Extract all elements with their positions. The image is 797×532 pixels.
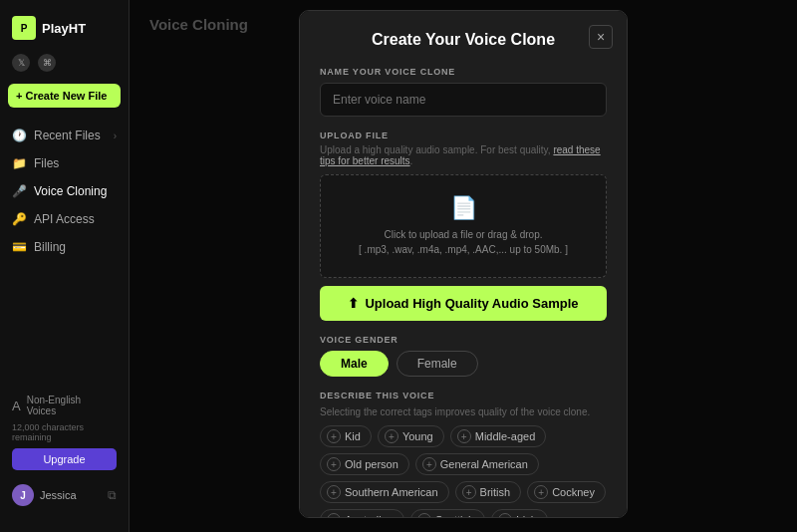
user-menu-icon[interactable]: ⧉ xyxy=(108,488,117,502)
modal-overlay: Create Your Voice Clone × NAME YOUR VOIC… xyxy=(130,0,797,532)
sidebar-item-label: Recent Files xyxy=(34,129,101,142)
tag-plus-icon: + xyxy=(417,513,431,518)
voice-name-label: NAME YOUR VOICE CLONE xyxy=(320,67,607,77)
non-english-voices: A Non-English Voices xyxy=(12,389,117,422)
upload-audio-button[interactable]: ⬆ Upload High Quality Audio Sample xyxy=(320,286,607,321)
logo-text: PlayHT xyxy=(42,21,86,36)
user-avatar: J xyxy=(12,484,34,506)
sidebar-item-label: Files xyxy=(34,156,59,170)
sidebar-item-files[interactable]: 📁 Files xyxy=(0,149,129,177)
sidebar-item-label: API Access xyxy=(34,212,95,226)
tag-british[interactable]: +British xyxy=(455,481,522,503)
tag-plus-icon: + xyxy=(422,457,436,471)
create-voice-clone-modal: Create Your Voice Clone × NAME YOUR VOIC… xyxy=(299,10,628,518)
tag-plus-icon: + xyxy=(462,485,476,499)
twitter-icon[interactable]: 𝕏 xyxy=(12,54,30,72)
tags-section: DESCRIBE THIS VOICE Selecting the correc… xyxy=(320,391,607,518)
user-row: J Jessica ⧉ xyxy=(12,480,117,510)
tag-general-american[interactable]: +General American xyxy=(415,453,539,475)
tag-cockney[interactable]: +Cockney xyxy=(527,481,606,503)
tag-plus-icon: + xyxy=(327,513,341,518)
voice-name-input[interactable] xyxy=(320,83,607,117)
gender-female-button[interactable]: Female xyxy=(397,351,478,377)
tag-middle-aged[interactable]: +Middle-aged xyxy=(450,425,547,447)
sidebar-item-api-access[interactable]: 🔑 API Access xyxy=(0,205,129,233)
tag-plus-icon: + xyxy=(498,513,512,518)
modal-title: Create Your Voice Clone xyxy=(320,31,607,49)
drop-zone[interactable]: 📄 Click to upload a file or drag & drop.… xyxy=(320,174,607,278)
tag-plus-icon: + xyxy=(327,485,341,499)
social-icons: 𝕏 ⌘ xyxy=(0,54,129,84)
sidebar-item-label: Billing xyxy=(34,240,66,254)
sidebar-item-label: Voice Cloning xyxy=(34,184,107,198)
tag-australian[interactable]: +Australian xyxy=(320,509,404,518)
tag-irish[interactable]: +Irish xyxy=(491,509,548,518)
discord-icon[interactable]: ⌘ xyxy=(38,54,56,72)
language-icon: A xyxy=(12,399,21,413)
sidebar-item-recent-files[interactable]: 🕐 Recent Files › xyxy=(0,122,129,149)
upload-label: UPLOAD FILE xyxy=(320,131,607,140)
sidebar-bottom: A Non-English Voices 12,000 characters r… xyxy=(0,379,129,520)
tag-kid[interactable]: +Kid xyxy=(320,425,372,447)
create-new-file-button[interactable]: + Create New File xyxy=(8,84,121,108)
tags-grid: +Kid+Young+Middle-aged+Old person+Genera… xyxy=(320,425,607,518)
user-name: Jessica xyxy=(40,489,108,501)
logo: P PlayHT xyxy=(0,12,129,54)
billing-icon: 💳 xyxy=(12,240,26,254)
sidebar-item-voice-cloning[interactable]: 🎤 Voice Cloning xyxy=(0,177,129,205)
upgrade-button[interactable]: Upgrade xyxy=(12,448,117,470)
sidebar: P PlayHT 𝕏 ⌘ + Create New File 🕐 Recent … xyxy=(0,0,130,532)
tag-plus-icon: + xyxy=(534,485,548,499)
upload-icon: ⬆ xyxy=(348,296,359,311)
gender-buttons: Male Female xyxy=(320,351,607,377)
drop-zone-text: Click to upload a file or drag & drop. [… xyxy=(341,227,586,257)
tag-old-person[interactable]: +Old person xyxy=(320,453,409,475)
api-access-icon: 🔑 xyxy=(12,212,26,226)
main-content: Voice Cloning Create Your Voice Clone × … xyxy=(130,0,797,532)
chars-remaining: 12,000 characters remaining xyxy=(12,422,117,442)
tag-plus-icon: + xyxy=(327,429,341,443)
modal-close-button[interactable]: × xyxy=(589,25,613,49)
upload-file-icon: 📄 xyxy=(341,195,586,221)
voice-cloning-icon: 🎤 xyxy=(12,184,26,198)
sidebar-item-billing[interactable]: 💳 Billing xyxy=(0,233,129,261)
tag-southern-american[interactable]: +Southern American xyxy=(320,481,449,503)
tag-plus-icon: + xyxy=(327,457,341,471)
recent-files-icon: 🕐 xyxy=(12,129,26,142)
gender-male-button[interactable]: Male xyxy=(320,351,389,377)
tags-label: DESCRIBE THIS VOICE xyxy=(320,391,607,400)
upload-hint: Upload a high quality audio sample. For … xyxy=(320,144,607,166)
tag-scottish[interactable]: +Scottish xyxy=(410,509,485,518)
tag-plus-icon: + xyxy=(385,429,398,443)
gender-section: VOICE GENDER Male Female xyxy=(320,335,607,377)
tag-young[interactable]: +Young xyxy=(378,425,444,447)
files-icon: 📁 xyxy=(12,156,26,170)
gender-label: VOICE GENDER xyxy=(320,335,607,345)
tags-subtitle: Selecting the correct tags improves qual… xyxy=(320,406,607,417)
logo-icon: P xyxy=(12,16,36,40)
tag-plus-icon: + xyxy=(457,429,471,443)
